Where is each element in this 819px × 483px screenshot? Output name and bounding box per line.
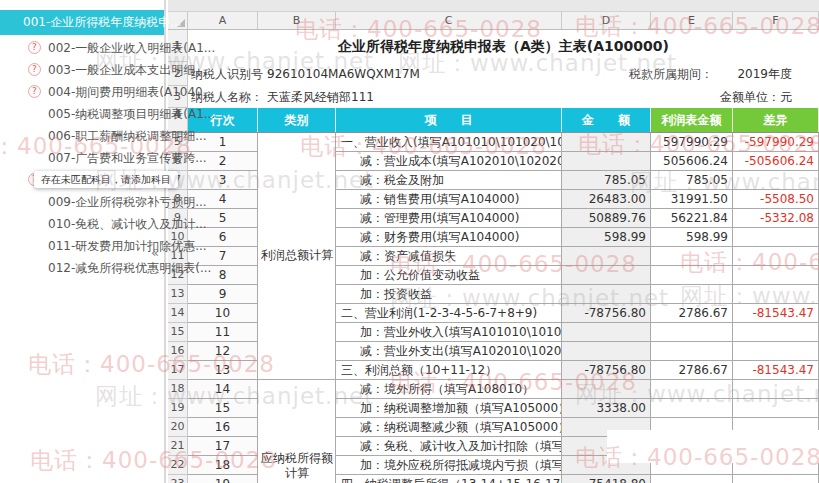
item-cell[interactable]: 减：销售费用(填写A104000): [336, 190, 562, 209]
category-cell[interactable]: [258, 285, 336, 304]
category-cell[interactable]: [258, 399, 336, 418]
line-number-cell[interactable]: 13: [188, 361, 258, 380]
line-number-cell[interactable]: 16: [188, 418, 258, 437]
item-cell[interactable]: 减：营业成本(填写A102010\102020\103000): [336, 152, 562, 171]
amount-cell[interactable]: [562, 323, 651, 342]
row-number[interactable]: 17: [168, 361, 188, 380]
item-cell[interactable]: 一、营业收入(填写A101010\101020\103000): [336, 133, 562, 152]
amount-cell[interactable]: 26483.00: [562, 190, 651, 209]
item-cell[interactable]: 减：纳税调整减少额（填写A105000）: [336, 418, 562, 437]
header-amount[interactable]: 金 额: [562, 108, 651, 132]
difference-cell[interactable]: [733, 266, 819, 285]
category-cell[interactable]: [258, 152, 336, 171]
difference-cell[interactable]: -505606.24: [733, 152, 819, 171]
row-number[interactable]: 21: [168, 437, 188, 456]
amount-cell[interactable]: 598.99: [562, 228, 651, 247]
taxpayer-name-value[interactable]: 天蓝柔风经销部111: [267, 86, 567, 108]
amount-unit-label[interactable]: 金额单位：元: [713, 86, 819, 108]
sidebar-item[interactable]: 009-企业所得税弥补亏损明...: [0, 191, 164, 213]
item-cell[interactable]: 减：管理费用(填写A104000): [336, 209, 562, 228]
row-number[interactable]: 13: [168, 285, 188, 304]
item-cell[interactable]: 减：营业外支出(填写A102010\102020\103000): [336, 342, 562, 361]
difference-cell[interactable]: -81543.47: [733, 304, 819, 323]
row-number[interactable]: 18: [168, 380, 188, 399]
column-header-b[interactable]: B: [258, 12, 336, 29]
amount-cell[interactable]: [562, 152, 651, 171]
row-number[interactable]: 14: [168, 304, 188, 323]
line-number-cell[interactable]: 9: [188, 285, 258, 304]
sidebar-item[interactable]: 007-广告费和业务宣传费跨...: [0, 147, 164, 169]
sidebar-item[interactable]: ?003-一般企业成本支出明细...: [0, 59, 164, 81]
profit-amount-cell[interactable]: [651, 266, 733, 285]
profit-amount-cell[interactable]: 31991.50: [651, 190, 733, 209]
amount-cell[interactable]: [562, 342, 651, 361]
sidebar-item[interactable]: 010-免税、减计收入及加计...: [0, 213, 164, 235]
row-number[interactable]: 16: [168, 342, 188, 361]
row-number[interactable]: 19: [168, 399, 188, 418]
profit-amount-cell[interactable]: 598.99: [651, 228, 733, 247]
amount-cell[interactable]: 785.05: [562, 171, 651, 190]
item-cell[interactable]: 四、纳税调整后所得（13-14+15-16-17+18）: [336, 475, 562, 483]
line-number-cell[interactable]: 18: [188, 456, 258, 475]
profit-amount-cell[interactable]: [651, 399, 733, 418]
sidebar-item[interactable]: 005-纳税调整项目明细表(A1...: [0, 103, 164, 125]
tax-period-label[interactable]: 税款所属期间：: [629, 62, 713, 86]
line-number-cell[interactable]: 19: [188, 475, 258, 483]
item-cell[interactable]: 减：财务费用(填写A104000): [336, 228, 562, 247]
sidebar-item[interactable]: ?002-一般企业收入明细表(A1...: [0, 37, 164, 59]
item-cell[interactable]: 加：公允价值变动收益: [336, 266, 562, 285]
line-number-cell[interactable]: 11: [188, 323, 258, 342]
column-header-f[interactable]: F: [733, 12, 819, 29]
profit-amount-cell[interactable]: [651, 342, 733, 361]
profit-amount-cell[interactable]: [651, 285, 733, 304]
amount-cell[interactable]: -78756.80: [562, 304, 651, 323]
taxpayer-id-value[interactable]: 92610104MA6WQXM17M: [267, 62, 567, 86]
line-number-cell[interactable]: 12: [188, 342, 258, 361]
header-category[interactable]: 类别: [258, 108, 336, 132]
category-cell[interactable]: [258, 304, 336, 323]
row-number[interactable]: 15: [168, 323, 188, 342]
profit-amount-cell[interactable]: [651, 247, 733, 266]
column-header-a[interactable]: A: [188, 12, 258, 29]
amount-cell[interactable]: [562, 266, 651, 285]
amount-cell[interactable]: [562, 133, 651, 152]
column-header-c[interactable]: C: [336, 12, 562, 29]
profit-amount-cell[interactable]: [651, 380, 733, 399]
item-cell[interactable]: 加：境外应税所得抵减境内亏损（填写A108000）: [336, 456, 562, 475]
sidebar-item[interactable]: 012-减免所得税优惠明细表(...: [0, 257, 164, 279]
profit-amount-cell[interactable]: 597990.29: [651, 133, 733, 152]
profit-amount-cell[interactable]: 2786.67: [651, 361, 733, 380]
difference-cell[interactable]: [733, 323, 819, 342]
difference-cell[interactable]: [733, 475, 819, 483]
profit-amount-cell[interactable]: 505606.24: [651, 152, 733, 171]
difference-cell[interactable]: [733, 247, 819, 266]
category-cell[interactable]: [258, 418, 336, 437]
item-cell[interactable]: 三、利润总额（10+11-12）: [336, 361, 562, 380]
sidebar-item[interactable]: 011-研发费用加计扣除优惠...: [0, 235, 164, 257]
difference-cell[interactable]: [733, 399, 819, 418]
item-cell[interactable]: 减：免税、减计收入及加计扣除（填写A107010）: [336, 437, 562, 456]
profit-amount-cell[interactable]: [651, 323, 733, 342]
profit-amount-cell[interactable]: 785.05: [651, 171, 733, 190]
amount-cell[interactable]: [562, 380, 651, 399]
category-cell[interactable]: [258, 380, 336, 399]
profit-amount-cell[interactable]: 2786.67: [651, 304, 733, 323]
sidebar-item[interactable]: 006-职工薪酬纳税调整明细...: [0, 125, 164, 147]
amount-cell[interactable]: [562, 285, 651, 304]
category-cell[interactable]: [258, 342, 336, 361]
difference-cell[interactable]: [733, 380, 819, 399]
difference-cell[interactable]: [733, 228, 819, 247]
item-cell[interactable]: 减：税金及附加: [336, 171, 562, 190]
item-cell[interactable]: 加：营业外收入(填写A101010\101020\103000): [336, 323, 562, 342]
line-number-cell[interactable]: 14: [188, 380, 258, 399]
sidebar-item[interactable]: 001-企业所得税年度纳税申...: [0, 10, 164, 35]
item-cell[interactable]: 加：投资收益: [336, 285, 562, 304]
line-number-cell[interactable]: 15: [188, 399, 258, 418]
row-number[interactable]: 20: [168, 418, 188, 437]
header-profit-amount[interactable]: 利润表金额: [651, 108, 733, 132]
category-cell[interactable]: [258, 323, 336, 342]
item-cell[interactable]: 减：境外所得（填写A108010）: [336, 380, 562, 399]
difference-cell[interactable]: -81543.47: [733, 361, 819, 380]
sidebar-item[interactable]: ?0存在未匹配科目，请添加科目: [0, 169, 164, 191]
amount-cell[interactable]: [562, 247, 651, 266]
